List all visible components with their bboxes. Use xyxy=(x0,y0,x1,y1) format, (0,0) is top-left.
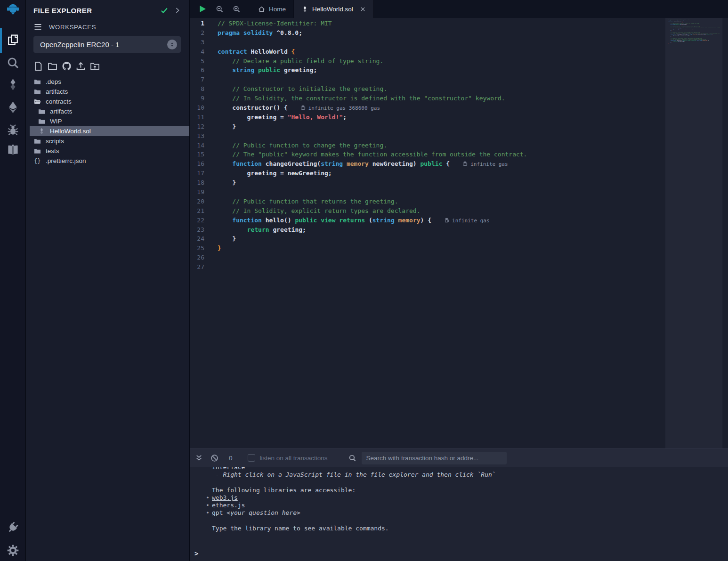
line-number: 11 xyxy=(190,113,218,122)
folder-icon xyxy=(34,88,41,96)
line-number: 23 xyxy=(190,225,218,235)
code-line[interactable]: 7 xyxy=(190,75,527,84)
terminal-expand-icon[interactable] xyxy=(195,454,203,462)
close-tab-icon[interactable] xyxy=(360,6,366,12)
line-number: 16 xyxy=(190,159,218,169)
debugger-icon[interactable] xyxy=(0,124,26,137)
code-line[interactable]: 12 } xyxy=(190,122,527,131)
accept-check-icon[interactable] xyxy=(160,6,169,15)
line-number: 14 xyxy=(190,141,218,150)
tree-item[interactable]: WIP xyxy=(26,116,189,126)
line-number: 13 xyxy=(190,131,218,141)
file-explorer-icon[interactable] xyxy=(0,33,26,46)
activity-bar xyxy=(0,0,26,561)
tree-item[interactable]: scripts xyxy=(26,136,189,146)
upload-file-icon[interactable] xyxy=(76,61,86,71)
code-line[interactable]: 11 greeting = "Hello, World!"; xyxy=(190,113,527,122)
editor-scrollbar[interactable] xyxy=(722,18,728,448)
panel-chevron-right-icon[interactable] xyxy=(174,7,181,14)
code-line[interactable]: 3 xyxy=(190,38,527,47)
line-number: 22 xyxy=(190,216,218,225)
settings-gear-icon[interactable] xyxy=(0,544,26,557)
line-number: 20 xyxy=(190,197,218,206)
workspace-select[interactable]: OpenZeppelin ERC20 - 1 xyxy=(33,36,181,53)
solidity-compiler-icon[interactable] xyxy=(0,78,26,91)
folder-icon xyxy=(34,138,41,145)
workspace-sort-icon[interactable] xyxy=(167,40,177,49)
terminal-output: interface - Right click on a JavaScript … xyxy=(190,467,728,561)
code-line[interactable]: 15 // The "public" keyword makes the fun… xyxy=(190,150,527,159)
tab-helloworld-sol[interactable]: HelloWorld.sol xyxy=(293,0,374,18)
code-line[interactable]: 4contract HelloWorld { xyxy=(190,47,527,57)
upload-folder-icon[interactable] xyxy=(90,61,100,71)
remix-logo-icon[interactable] xyxy=(0,3,26,16)
code-line[interactable]: 6 string public greeting; xyxy=(190,65,527,75)
bullet: • xyxy=(206,494,210,502)
code-line[interactable]: 14 // Public function to change the gree… xyxy=(190,141,527,150)
file-explorer-panel: FILE EXPLORER WORKSPACES OpenZeppelin ER… xyxy=(26,0,190,561)
tree-item[interactable]: {}.prettierrc.json xyxy=(26,156,189,166)
zoom-in-icon[interactable] xyxy=(228,0,245,18)
deploy-and-run-icon[interactable] xyxy=(0,101,26,114)
learneth-book-icon[interactable] xyxy=(0,144,26,156)
code-line[interactable]: 23 return greeting; xyxy=(190,225,527,235)
code-line[interactable]: 20 // Public function that returns the g… xyxy=(190,197,527,206)
line-number: 10 xyxy=(190,103,218,113)
terminal-search-input[interactable] xyxy=(362,452,507,464)
code-line[interactable]: 21 // In Solidity, explicit return types… xyxy=(190,206,527,216)
code-line[interactable]: 10 constructor() {infinite gas 368600 ga… xyxy=(190,103,527,113)
tree-item[interactable]: contracts xyxy=(26,97,189,106)
search-icon[interactable] xyxy=(0,57,26,69)
line-number: 12 xyxy=(190,122,218,131)
code-line[interactable]: 26 xyxy=(190,253,527,262)
code-line[interactable]: 19 xyxy=(190,187,527,197)
terminal-line: The following libraries are accessible: xyxy=(212,487,728,494)
minimap[interactable]: // SPDX-License-Identifier: MITpragma so… xyxy=(665,18,722,448)
line-number: 7 xyxy=(190,75,218,84)
tree-item[interactable]: artifacts xyxy=(26,87,189,97)
terminal-line xyxy=(212,517,728,524)
workspaces-menu-icon[interactable] xyxy=(33,23,42,31)
code-line[interactable]: 13 xyxy=(190,131,527,141)
line-number: 5 xyxy=(190,57,218,66)
code-line[interactable]: 18 } xyxy=(190,178,527,187)
tab-home[interactable]: Home xyxy=(251,0,293,18)
plugin-manager-icon[interactable] xyxy=(0,521,26,534)
library-link[interactable]: web3.js xyxy=(212,494,238,501)
code-line[interactable]: 5 // Declare a public field of type stri… xyxy=(190,57,527,66)
code-line[interactable]: 17 greeting = newGreeting; xyxy=(190,169,527,178)
code-line[interactable]: 16 function changeGreeting(string memory… xyxy=(190,159,527,169)
code-line[interactable]: 22 function hello() public view returns … xyxy=(190,216,527,225)
code-line[interactable]: 1// SPDX-License-Identifier: MIT xyxy=(190,19,527,28)
github-clone-icon[interactable] xyxy=(62,61,72,71)
zoom-out-icon[interactable] xyxy=(211,0,228,18)
code-line[interactable]: 24 } xyxy=(190,234,527,244)
bullet: • xyxy=(206,502,210,509)
new-folder-icon[interactable] xyxy=(48,61,57,71)
tree-item[interactable]: artifacts xyxy=(26,106,189,116)
library-link[interactable]: ethers.js xyxy=(212,502,245,509)
code-line[interactable]: 8 // Constructor to initialize the greet… xyxy=(190,84,527,94)
panel-title: FILE EXPLORER xyxy=(33,7,160,15)
new-file-icon[interactable] xyxy=(33,61,43,71)
tree-item[interactable]: .deps xyxy=(26,77,189,87)
line-number: 21 xyxy=(190,206,218,216)
code-editor[interactable]: 1// SPDX-License-Identifier: MIT2pragma … xyxy=(190,18,728,448)
run-script-button[interactable] xyxy=(194,0,211,18)
solidity-icon xyxy=(38,128,46,135)
terminal-clear-icon[interactable] xyxy=(210,454,218,462)
tree-item[interactable]: tests xyxy=(26,146,189,156)
terminal-line: - Right click on a JavaScript file in th… xyxy=(212,471,728,479)
code-line[interactable]: 25} xyxy=(190,244,527,253)
code-line[interactable]: 2pragma solidity ^0.8.0; xyxy=(190,28,527,38)
terminal-prompt[interactable]: > xyxy=(194,550,198,557)
file-actions-toolbar xyxy=(26,53,189,73)
code-line[interactable]: 9 // In Solidity, the constructor is def… xyxy=(190,94,527,103)
solidity-icon xyxy=(301,6,308,13)
line-number: 26 xyxy=(190,253,218,262)
line-number: 2 xyxy=(190,28,218,38)
code-line[interactable]: 27 xyxy=(190,262,527,272)
terminal-line: •ethers.js xyxy=(212,502,728,509)
tree-item[interactable]: HelloWorld.sol xyxy=(30,126,189,136)
listen-transactions-checkbox[interactable] xyxy=(248,454,255,462)
